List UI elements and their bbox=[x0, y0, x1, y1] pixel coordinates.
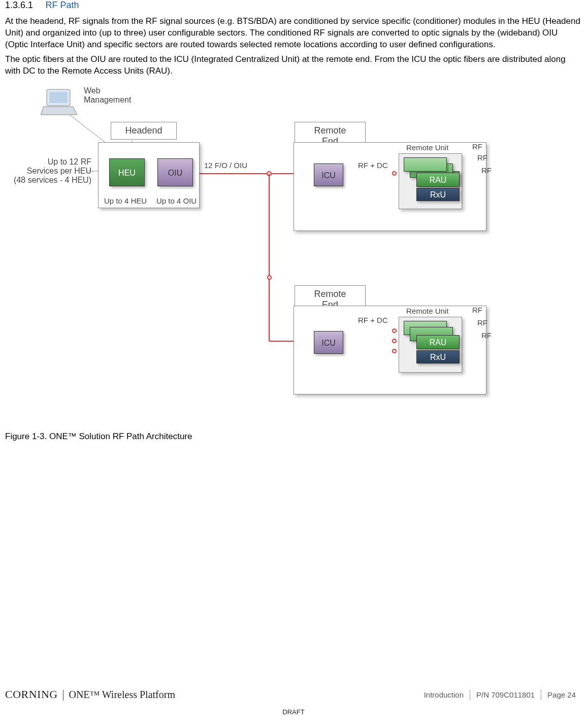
up-to-4-oiu-label: Up to 4 OIU bbox=[156, 196, 197, 205]
rf-path-diagram: Web Management Headend Up to 12 RF Servi… bbox=[5, 82, 493, 427]
laptop-icon bbox=[41, 88, 80, 119]
oiu-block: OIU bbox=[157, 158, 193, 186]
rf-label-2b: RF bbox=[477, 318, 487, 327]
rau-block-front-2: RAU bbox=[416, 335, 460, 349]
fo-per-oiu-label: 12 F/O / OIU bbox=[204, 161, 247, 170]
remote-unit-label-2: Remote Unit bbox=[406, 307, 448, 315]
connector-dot-mid bbox=[267, 275, 272, 280]
footer-introduction: Introduction bbox=[418, 689, 470, 700]
section-number: 1.3.6.1 bbox=[5, 0, 33, 10]
connector-dot bbox=[392, 171, 397, 176]
rau-block-bg2 bbox=[404, 157, 447, 172]
footer-part-number: P/N 709C011801 bbox=[470, 689, 541, 700]
up-to-4-heu-label: Up to 4 HEU bbox=[104, 196, 147, 205]
web-management-label: Web Management bbox=[84, 86, 131, 105]
connector-dot-2a bbox=[392, 328, 397, 333]
icu-block-2: ICU bbox=[314, 331, 343, 354]
icu-block-1: ICU bbox=[314, 163, 343, 186]
rf-label-2c: RF bbox=[481, 331, 492, 340]
figure-caption: Figure 1-3. ONE™ Solution RF Path Archit… bbox=[5, 432, 582, 442]
rxu-block-2: RxU bbox=[416, 350, 460, 363]
footer-page-number: Page 24 bbox=[541, 689, 582, 700]
paragraph-1: At the headend, RF signals from the RF s… bbox=[5, 16, 582, 51]
rf-dc-label-2: RF + DC bbox=[358, 316, 388, 324]
draft-watermark: DRAFT bbox=[5, 708, 582, 716]
rxu-block-1: RxU bbox=[416, 188, 460, 201]
paragraph-2: The optic fibers at the OIU are routed t… bbox=[5, 54, 582, 77]
remote-unit-label-1: Remote Unit bbox=[406, 143, 448, 152]
rf-label-1a: RF bbox=[472, 142, 482, 151]
section-title: RF Path bbox=[46, 0, 79, 10]
brand-one-platform: ONE™ Wireless Platform bbox=[69, 689, 175, 701]
connector-dot-2c bbox=[392, 349, 397, 353]
brand-separator: | bbox=[62, 688, 65, 701]
svg-rect-18 bbox=[49, 92, 68, 103]
rf-label-2a: RF bbox=[472, 306, 482, 314]
rf-dc-label-1: RF + DC bbox=[358, 161, 388, 170]
heu-block: HEU bbox=[109, 158, 145, 186]
brand-corning: CORNING bbox=[5, 688, 58, 701]
rau-block-front-1: RAU bbox=[416, 173, 460, 187]
connector-dot-2b bbox=[392, 339, 397, 343]
rf-label-1c: RF bbox=[481, 166, 492, 175]
brand-block: CORNING | ONE™ Wireless Platform bbox=[5, 688, 175, 701]
page-footer: CORNING | ONE™ Wireless Platform Introdu… bbox=[0, 688, 587, 716]
services-label: Up to 12 RF Services per HEU (48 service… bbox=[10, 157, 91, 185]
rf-label-1b: RF bbox=[477, 153, 487, 162]
headend-tab: Headend bbox=[111, 122, 177, 140]
